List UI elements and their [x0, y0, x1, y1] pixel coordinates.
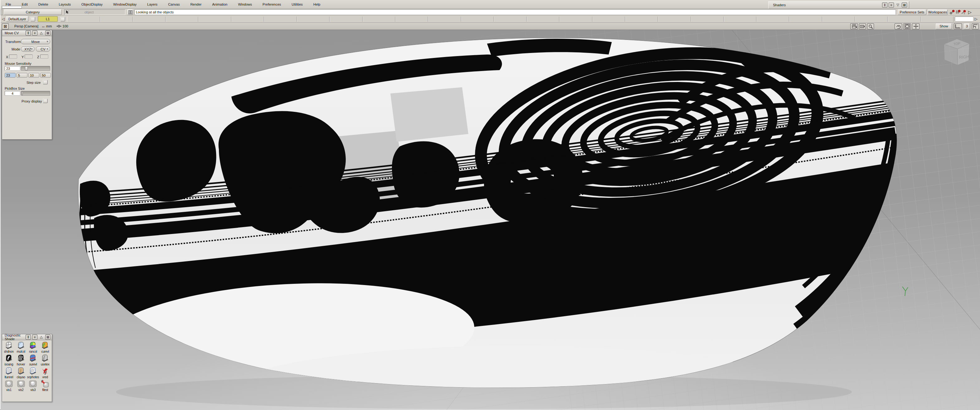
move-cv-titlebar[interactable]: Move CV ⇕ ≡ △ ⊠	[2, 30, 52, 36]
y-field[interactable]	[25, 54, 33, 59]
preset-5-button[interactable]: 5	[16, 73, 27, 78]
move-cv-panel: Move CV ⇕ ≡ △ ⊠ Transform Move ▼ Mode XY…	[2, 30, 52, 139]
mode-cv-dropdown[interactable]: CV ▼	[36, 46, 50, 52]
shader-tool-sophotes[interactable]: sophotes	[27, 367, 39, 379]
menu-windows[interactable]: Windows	[237, 2, 253, 7]
collapse-icon[interactable]: △	[39, 30, 44, 35]
menu-render[interactable]: Render	[189, 2, 203, 7]
layer-l1-button[interactable]: L1	[38, 16, 58, 22]
close-icon[interactable]: ⊠	[902, 3, 907, 8]
menu-canvas[interactable]: Canvas	[167, 2, 181, 7]
shader-tool-curevl[interactable]: curevl	[39, 341, 51, 353]
shader-tool-rancol[interactable]: rancol	[27, 341, 39, 353]
movie-camera-icon[interactable]	[850, 23, 858, 29]
proxy-display-checkbox[interactable]	[43, 98, 48, 103]
shader-tool-surevl[interactable]: surevl	[27, 354, 39, 366]
shader-tool-filest[interactable]: filest	[39, 380, 51, 392]
pick-object-label[interactable]: object	[84, 10, 94, 14]
transform-dropdown[interactable]: Move ▼	[21, 39, 50, 44]
panel-menu-icon[interactable]: ≡	[32, 30, 37, 35]
shader-tool-isoang[interactable]: isoang	[3, 354, 15, 366]
menu-help[interactable]: Help	[312, 2, 322, 7]
default-layer-checkbox[interactable]	[30, 17, 35, 22]
menu-layouts[interactable]: Layouts	[58, 2, 72, 7]
car-model[interactable]	[78, 31, 914, 410]
shader-tool-mulcol[interactable]: mulcol	[15, 341, 27, 353]
step-size-checkbox[interactable]	[43, 80, 48, 84]
toolbar-grip[interactable]	[1, 9, 3, 15]
z-field[interactable]	[40, 54, 48, 59]
layer-l1-checkbox[interactable]	[60, 17, 65, 22]
view-cube[interactable]: TOP RIGHT	[944, 39, 972, 65]
mode-xyz-dropdown[interactable]: XYZ ▼	[21, 46, 35, 52]
menu-utilities[interactable]: Utilities	[290, 2, 304, 7]
magnifier-icon[interactable]	[867, 23, 874, 29]
marking-menu-icon-2[interactable]	[955, 9, 961, 15]
layer-slots[interactable]	[67, 16, 953, 22]
collapse-icon[interactable]: △	[39, 335, 44, 340]
marking-menu-icon-1[interactable]	[950, 9, 955, 15]
layer-scroll-left-icon[interactable]: ◁	[2, 17, 5, 21]
preset-10-button[interactable]: 10	[29, 73, 39, 78]
mouse-sensitivity-field[interactable]: 23	[5, 66, 20, 71]
preset-23-button[interactable]: 23	[5, 73, 16, 78]
workspaces-button[interactable]: Workspaces	[928, 9, 948, 15]
panel-menu-icon[interactable]: ≡	[32, 335, 37, 340]
shader-tool-vis1[interactable]: vis1	[3, 380, 15, 392]
shader-tool-vred[interactable]: vred	[39, 367, 51, 379]
object-lister-icon[interactable]	[127, 9, 133, 15]
menu-animation[interactable]: Animation	[211, 2, 229, 7]
layer-name-field[interactable]	[955, 16, 974, 22]
shader-tool-vis2[interactable]: vis2	[15, 380, 27, 392]
menu-objectdisplay[interactable]: ObjectDisplay	[80, 2, 104, 7]
fit-view-icon[interactable]	[56, 24, 62, 29]
preference-sets-button[interactable]: Preference Sets	[898, 9, 926, 15]
viewport-zoom-value[interactable]: 100	[62, 24, 68, 28]
panel-menu-icon[interactable]: ≡	[889, 3, 894, 8]
viewport-camera-label[interactable]: Persp [Camera]	[14, 24, 38, 28]
preset-50-button[interactable]: 50	[40, 73, 51, 78]
diagnostic-shade-titlebar[interactable]: Diagnostic Shade ⇕ ≡ △ ⊠	[2, 334, 52, 340]
ruler-icon[interactable]	[954, 23, 962, 29]
shader-tool-shdnon[interactable]: shdnon	[3, 341, 15, 353]
shader-tool-vis3[interactable]: vis3	[27, 380, 39, 392]
shaders-panel-titlebar[interactable]: Shaders ⇕ ≡ ▽ ⊠	[768, 1, 909, 9]
toolbar-expand-icon[interactable]: ▷	[968, 9, 972, 15]
layer-scroll-right-icon[interactable]: ▷	[975, 17, 977, 21]
category-button[interactable]: Category	[4, 9, 62, 15]
marking-menu-icon-3[interactable]	[961, 9, 966, 15]
default-layer-button[interactable]: DefaultLayer	[6, 16, 29, 22]
menu-preferences[interactable]: Preferences	[261, 2, 282, 7]
resize-icon[interactable]: ⇕	[882, 3, 888, 8]
shader-tool-clayao[interactable]: clayao	[15, 367, 27, 379]
collapse-icon[interactable]: ▽	[895, 3, 900, 8]
menu-delete[interactable]: Delete	[37, 2, 49, 7]
x-field[interactable]	[9, 54, 17, 59]
resize-horizontal-icon: ↔	[41, 24, 45, 28]
look-at-icon[interactable]	[903, 23, 911, 29]
prompt-line[interactable]: Looking at all the objects	[134, 9, 896, 15]
pan-view-icon[interactable]	[912, 23, 920, 29]
resize-icon[interactable]: ⇕	[25, 335, 31, 340]
mouse-sensitivity-slider[interactable]	[21, 66, 50, 71]
resize-icon[interactable]: ⇕	[25, 30, 31, 35]
3d-viewport[interactable]: TOP RIGHT	[1, 30, 980, 410]
prompt-text: Looking at all the objects	[136, 10, 174, 14]
menu-windowdisplay[interactable]: WindowDisplay	[112, 2, 138, 7]
grid-toggle-button[interactable]: 3	[964, 23, 970, 29]
mode-label: Mode	[11, 47, 20, 51]
tolerance-field[interactable]	[2, 6, 22, 8]
menu-layers[interactable]: Layers	[146, 2, 159, 7]
viewport-close-icon[interactable]: ⊠	[2, 23, 9, 29]
shader-tool-ltunnel[interactable]: ltunnel	[3, 367, 15, 379]
pickbox-size-slider[interactable]	[21, 91, 50, 96]
pickbox-size-field[interactable]: 4	[5, 91, 20, 96]
shader-tool-usetex[interactable]: usetex	[39, 354, 51, 366]
shader-tool-horver[interactable]: horver	[15, 354, 27, 366]
close-icon[interactable]: ⊠	[45, 30, 51, 35]
close-icon[interactable]: ⊠	[45, 335, 51, 340]
show-button[interactable]: Show	[936, 23, 952, 29]
tumble-view-icon[interactable]	[894, 23, 902, 29]
camera-icon[interactable]	[859, 23, 866, 29]
corner-resize-icon[interactable]	[972, 23, 979, 29]
